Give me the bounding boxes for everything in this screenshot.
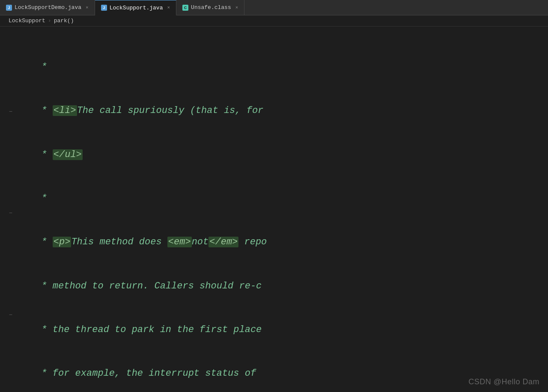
tab-locksupportdemo[interactable]: J LockSupportDemo.java ×: [0, 0, 95, 15]
breadcrumb: LockSupport › park(): [0, 15, 548, 27]
code-content: * * <li>The call spuriously (that is, fo…: [26, 31, 548, 392]
code-area: − − − * * <li>The call spuriously (that …: [0, 27, 548, 392]
code-line-6: * method to return. Callers should re-c: [26, 279, 548, 294]
tab-label-locksupportdemo: LockSupportDemo.java: [15, 4, 81, 11]
tab-locksupport[interactable]: J LockSupport.java ×: [95, 0, 176, 15]
scroll-gutter: − − −: [9, 27, 13, 392]
tab-label-unsafe: Unsafe.class: [191, 4, 231, 11]
java-icon-locksupport: J: [101, 5, 107, 11]
class-icon-unsafe: C: [182, 5, 188, 11]
code-line-3: * </ul>: [26, 148, 548, 162]
code-line-2: * <li>The call spuriously (that is, for: [26, 104, 548, 118]
breadcrumb-separator: ›: [48, 18, 51, 24]
tab-label-locksupport: LockSupport.java: [110, 5, 163, 11]
tab-unsafe[interactable]: C Unsafe.class ×: [176, 0, 244, 15]
tab-close-locksupport[interactable]: ×: [167, 5, 170, 10]
tab-close-unsafe[interactable]: ×: [235, 5, 238, 10]
fold-arrow-1[interactable]: −: [9, 109, 12, 115]
code-line-7: * the thread to park in the first place: [26, 323, 548, 337]
tab-close-locksupportdemo[interactable]: ×: [86, 5, 89, 10]
watermark: CSDN @Hello Dam: [468, 377, 539, 386]
code-line-4: *: [26, 191, 548, 206]
code-line-1: *: [26, 60, 548, 74]
breadcrumb-parent[interactable]: LockSupport: [9, 18, 45, 24]
fold-arrow-3[interactable]: −: [9, 312, 12, 318]
tab-bar: J LockSupportDemo.java × J LockSupport.j…: [0, 0, 548, 15]
java-icon-locksupportdemo: J: [6, 5, 12, 11]
code-line-5: * <p>This method does <em>not</em> repo: [26, 235, 548, 249]
fold-arrow-2[interactable]: −: [9, 210, 12, 216]
breadcrumb-child[interactable]: park(): [54, 18, 74, 24]
